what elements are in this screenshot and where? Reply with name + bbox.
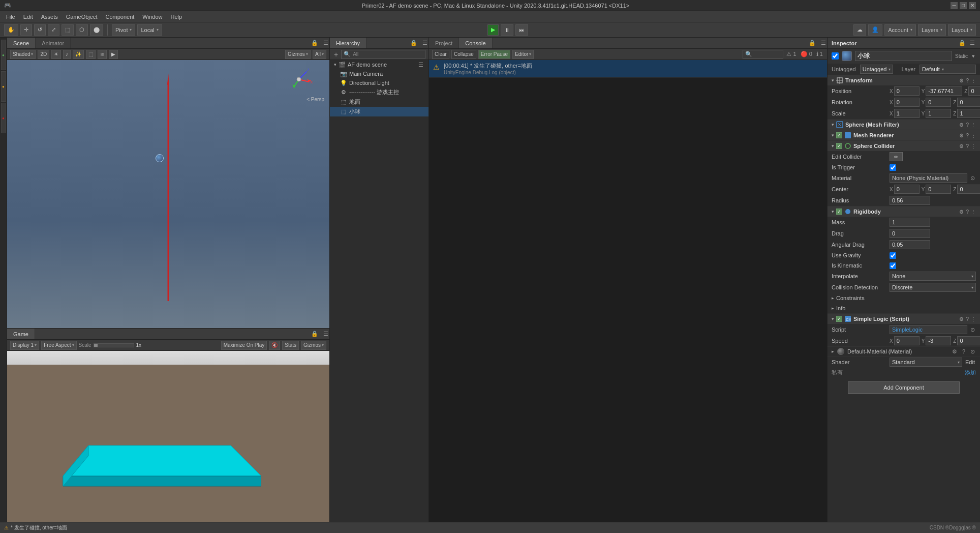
maximize-on-play-btn[interactable]: Maximize On Play — [221, 341, 267, 350]
hierarchy-item-game-controller[interactable]: ⚙ -------------- 游戏主控 — [330, 87, 428, 97]
tab-console[interactable]: Console — [459, 38, 492, 48]
scene-light-btn[interactable]: ☀ — [51, 50, 61, 59]
console-lock[interactable]: 🔒 — [805, 40, 820, 46]
collision-detection-dropdown[interactable]: Discrete ▾ — [890, 283, 976, 292]
sc-material-pick[interactable]: ⊙ — [969, 175, 976, 182]
console-search[interactable]: 🔍 — [743, 50, 783, 59]
tab-game[interactable]: Game — [7, 329, 35, 339]
menu-component[interactable]: Component — [101, 13, 138, 21]
aspect-dropdown[interactable]: Free Aspect ▾ — [41, 341, 76, 350]
mesh-renderer-toggle[interactable]: ✓ — [836, 132, 842, 138]
tool-rotate[interactable]: ↺ — [34, 24, 46, 36]
local-dropdown[interactable]: Local ▾ — [137, 24, 162, 36]
hierarchy-item-ground[interactable]: ⬚ 地面 — [330, 97, 428, 107]
pause-button[interactable]: ⏸ — [501, 24, 513, 36]
scale-y[interactable] — [926, 109, 951, 118]
simple-logic-settings[interactable]: ⚙ — [959, 316, 964, 322]
clear-button[interactable]: Clear — [432, 50, 449, 59]
transform-header[interactable]: ▾ Transform ⚙ ? ⋮ — [828, 75, 980, 85]
scale-z[interactable] — [957, 109, 980, 118]
pos-y[interactable] — [926, 86, 962, 96]
cloud-button[interactable]: ☁ — [853, 24, 866, 36]
display-dropdown[interactable]: Display 1 ▾ — [10, 341, 39, 350]
scene-viewport[interactable]: X Y Z < Persp — [7, 60, 329, 328]
edit-collider-btn[interactable]: ✏ — [890, 152, 903, 161]
hierarchy-lock[interactable]: 🔒 — [406, 40, 421, 46]
is-trigger-checkbox[interactable] — [890, 164, 896, 171]
inspector-lock[interactable]: 🔒 — [958, 40, 967, 46]
menu-file[interactable]: File — [2, 13, 19, 21]
scale-slider[interactable] — [94, 343, 134, 347]
scene-fx-btn[interactable]: ✨ — [73, 50, 84, 59]
shader-dropdown[interactable]: Standard ▾ — [890, 358, 962, 367]
left-strip-item-2[interactable]: ● — [1, 71, 6, 102]
sphere-collider-settings[interactable]: ⚙ — [959, 143, 964, 149]
mass-value[interactable] — [890, 218, 930, 227]
simple-logic-help[interactable]: ? — [966, 316, 969, 322]
rigidbody-header[interactable]: ▾ ✓ Rigidbody ⚙ ? ⋮ — [828, 206, 980, 217]
sc-material-value[interactable]: None (Physic Material) — [890, 173, 967, 183]
sc-center-y[interactable] — [926, 185, 951, 194]
mesh-filter-help[interactable]: ? — [966, 122, 969, 128]
menu-assets[interactable]: Assets — [37, 13, 62, 21]
sc-center-x[interactable] — [894, 185, 920, 194]
inspector-menu[interactable]: ☰ — [969, 40, 976, 46]
add-label[interactable]: 添加 — [965, 369, 976, 376]
hierarchy-add[interactable]: + — [333, 50, 339, 58]
rigidbody-settings[interactable]: ⚙ — [959, 209, 964, 215]
tool-rect[interactable]: ⬚ — [62, 24, 74, 36]
layout-dropdown[interactable]: Layout ▾ — [948, 24, 976, 36]
simple-logic-overflow[interactable]: ⋮ — [971, 316, 976, 322]
play-button[interactable]: ▶ — [487, 24, 499, 36]
mesh-renderer-settings[interactable]: ⚙ — [959, 133, 964, 138]
scene-fog-btn[interactable]: ≋ — [98, 50, 107, 59]
scene-panel-lock[interactable]: 🔒 — [307, 40, 322, 46]
scene-panel-menu[interactable]: ☰ — [322, 40, 329, 46]
script-pick[interactable]: ⊙ — [969, 327, 976, 333]
mesh-filter-settings[interactable]: ⚙ — [959, 122, 964, 128]
menu-gameobject[interactable]: GameObject — [62, 13, 102, 21]
sphere-collider-toggle[interactable]: ✓ — [836, 143, 842, 149]
rigidbody-overflow[interactable]: ⋮ — [971, 209, 976, 215]
all-dropdown[interactable]: All ▾ — [313, 50, 326, 59]
account-dropdown[interactable]: Account ▾ — [884, 24, 916, 36]
tool-move[interactable]: ✛ — [20, 24, 32, 36]
collab-button[interactable]: 👤 — [868, 24, 882, 36]
menu-edit[interactable]: Edit — [19, 13, 37, 21]
rot-z[interactable] — [957, 98, 980, 107]
scale-x[interactable] — [894, 109, 920, 118]
rot-x[interactable] — [894, 98, 920, 107]
sphere-collider-help[interactable]: ? — [966, 143, 969, 149]
tab-animator[interactable]: Animator — [36, 38, 71, 48]
material-settings[interactable]: ⚙ — [951, 348, 958, 355]
hierarchy-search[interactable]: 🔍 All — [341, 50, 425, 59]
mesh-renderer-header[interactable]: ▾ ✓ Mesh Renderer ⚙ ? ⋮ — [828, 130, 980, 140]
add-component-button[interactable]: Add Component — [848, 381, 960, 394]
hierarchy-item-main-camera[interactable]: 📷 Main Camera — [330, 69, 428, 78]
sphere-collider-overflow[interactable]: ⋮ — [971, 143, 976, 149]
interpolate-dropdown[interactable]: None ▾ — [890, 272, 976, 281]
material-help[interactable]: ? — [961, 348, 966, 354]
info-field[interactable]: ▸ Info — [828, 303, 980, 313]
rot-y[interactable] — [926, 98, 951, 107]
tag-dropdown[interactable]: Untagged ▾ — [860, 65, 894, 74]
hierarchy-item-directional-light[interactable]: 💡 Directional Light — [330, 78, 428, 87]
shader-edit-btn[interactable]: Edit — [964, 359, 976, 365]
pos-x[interactable] — [894, 86, 920, 96]
console-content[interactable]: ⚠ [00:00:41] * 发生了碰撞, other=地面 UnityEngi… — [429, 60, 827, 522]
console-warn-filter[interactable]: ⚠ 1 — [785, 51, 797, 57]
gizmos-game-dropdown[interactable]: Gizmos ▾ — [301, 341, 326, 350]
stats-btn[interactable]: Stats — [282, 341, 299, 350]
game-panel-lock[interactable]: 🔒 — [307, 331, 322, 337]
transform-settings[interactable]: ⚙ — [959, 78, 964, 83]
pivot-dropdown[interactable]: Pivot ▾ — [112, 24, 135, 36]
minimize-button[interactable]: ─ — [951, 2, 958, 9]
sphere-collider-header[interactable]: ▾ ✓ Sphere Collider ⚙ ? ⋮ — [828, 141, 980, 151]
console-error-filter[interactable]: 🔴 0 — [800, 51, 813, 57]
mesh-renderer-overflow[interactable]: ⋮ — [971, 133, 976, 138]
transform-help[interactable]: ? — [966, 78, 969, 83]
script-value[interactable]: SimpleLogic — [890, 325, 967, 334]
scene-skybox-btn[interactable]: ⬚ — [86, 50, 96, 59]
scene-menu-btn[interactable]: ☰ — [417, 62, 424, 68]
layers-dropdown[interactable]: Layers ▾ — [918, 24, 946, 36]
